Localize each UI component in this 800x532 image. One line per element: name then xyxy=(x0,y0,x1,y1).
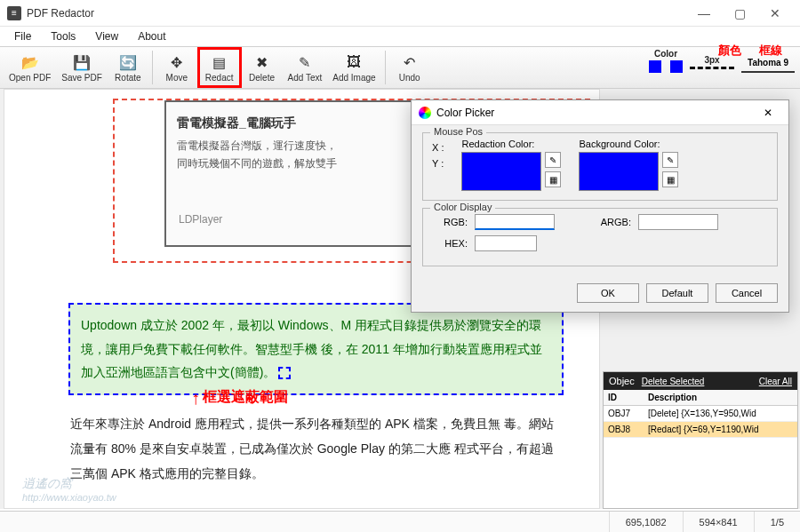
background-color-label: Background Color: xyxy=(579,139,678,149)
toolbar-divider xyxy=(385,51,386,84)
menu-file[interactable]: File xyxy=(5,28,40,44)
redact-icon: ▤ xyxy=(209,52,230,72)
rgb-input[interactable] xyxy=(475,214,555,230)
add-image-button[interactable]: 🖼 Add Image xyxy=(327,47,380,88)
font-label[interactable]: Tahoma 9 xyxy=(741,58,795,67)
rgb-label: RGB: xyxy=(432,217,468,227)
menu-bar: File Tools View About xyxy=(0,27,800,46)
redaction-color-swatch[interactable] xyxy=(461,152,541,191)
toolbar-divider xyxy=(152,51,153,84)
menu-view[interactable]: View xyxy=(86,28,127,44)
annotation-labels: 顏色 框線 xyxy=(718,43,782,59)
eyedropper-button[interactable]: ✎ xyxy=(545,152,561,168)
mouse-pos-legend: Mouse Pos xyxy=(430,126,486,137)
annotation-color-zh: 顏色 xyxy=(718,43,741,59)
rotate-icon: 🔄 xyxy=(117,52,139,72)
undo-icon: ↶ xyxy=(399,52,420,72)
color-label: Color xyxy=(649,49,683,59)
eyedropper-button[interactable]: ✎ xyxy=(662,152,678,168)
rotate-button[interactable]: 🔄 Rotate xyxy=(108,47,148,88)
add-text-button[interactable]: ✎ Add Text xyxy=(283,47,328,88)
annotation-border-zh: 框線 xyxy=(759,43,782,59)
background-color-swatch[interactable] xyxy=(579,152,659,191)
redact-selection[interactable]: Uptodown 成立於 2002 年，最初以 Windows、M 用程式目錄提… xyxy=(68,303,564,395)
delete-icon: ✖ xyxy=(252,52,273,72)
redact-button[interactable]: ▤ Redact xyxy=(197,47,242,88)
menu-about[interactable]: About xyxy=(129,28,174,44)
mouse-y-label: Y : xyxy=(432,158,444,169)
palette-button[interactable]: ▦ xyxy=(662,171,678,187)
add-image-icon: 🖼 xyxy=(343,52,364,72)
default-button[interactable]: Default xyxy=(646,283,708,303)
objects-table: ID Description OBJ7 [Delete] {X=136,Y=95… xyxy=(604,390,797,438)
ad-brand: LDPlayer xyxy=(179,213,222,226)
delete-selected-link[interactable]: Delete Selected xyxy=(642,377,705,386)
maximize-button[interactable]: ▢ xyxy=(722,1,757,26)
col-description[interactable]: Description xyxy=(644,390,797,406)
foreground-color-swatch[interactable] xyxy=(649,60,661,73)
status-pagesize: 594×841 xyxy=(683,512,754,532)
close-button[interactable]: ✕ xyxy=(757,1,793,26)
color-picker-dialog: Color Picker ✕ Mouse Pos X : Y : Redacti… xyxy=(411,99,789,313)
body-paragraph: 近年來專注於 Android 應用程式，提供一系列各種類型的 APK 檔案，免費… xyxy=(70,411,564,486)
minimize-button[interactable]: — xyxy=(686,1,722,26)
objects-panel: Objec Delete Selected Clear All ID Descr… xyxy=(603,371,798,509)
dialog-title: Color Picker xyxy=(436,107,494,119)
add-text-icon: ✎ xyxy=(294,52,316,72)
save-pdf-button[interactable]: 💾 Save PDF xyxy=(56,47,108,88)
move-icon: ✥ xyxy=(166,52,188,72)
undo-button[interactable]: ↶ Undo xyxy=(389,47,430,88)
color-wheel-icon xyxy=(419,107,431,119)
status-bar: 695,1082 594×841 1/5 xyxy=(0,511,800,532)
open-pdf-button[interactable]: 📂 Open PDF xyxy=(4,47,56,88)
watermark: 逍遙の窩 http://www.xiaoyao.tw xyxy=(22,476,116,503)
move-button[interactable]: ✥ Move xyxy=(156,47,197,88)
open-icon: 📂 xyxy=(20,52,41,72)
title-bar: PDF Redactor — ▢ ✕ xyxy=(0,0,800,27)
objects-header: Objec xyxy=(609,376,635,386)
menu-tools[interactable]: Tools xyxy=(42,28,84,44)
status-coords: 695,1082 xyxy=(609,512,683,532)
argb-label: ARGB: xyxy=(596,217,631,227)
col-id[interactable]: ID xyxy=(604,390,644,406)
toolbar: 📂 Open PDF 💾 Save PDF 🔄 Rotate ✥ Move ▤ … xyxy=(0,46,800,89)
dialog-close-button[interactable]: ✕ xyxy=(755,107,781,119)
app-icon xyxy=(7,6,21,20)
arrow-up-icon: ↑ xyxy=(191,393,200,402)
table-row[interactable]: OBJ7 [Delete] {X=136,Y=950,Wid xyxy=(604,406,797,422)
border-style-preview[interactable] xyxy=(690,67,734,69)
palette-button[interactable]: ▦ xyxy=(545,171,561,187)
hex-label: HEX: xyxy=(432,238,468,249)
color-display-legend: Color Display xyxy=(430,202,495,212)
background-color-swatch[interactable] xyxy=(670,60,683,73)
status-page: 1/5 xyxy=(754,512,800,532)
selection-handle[interactable] xyxy=(278,367,291,379)
redaction-color-label: Redaction Color: xyxy=(461,139,561,149)
table-row[interactable]: OBJ8 [Redact] {X=69,Y=1190,Wid xyxy=(604,422,797,438)
save-icon: 💾 xyxy=(71,52,92,72)
clear-all-link[interactable]: Clear All xyxy=(759,377,792,386)
app-title: PDF Redactor xyxy=(27,7,686,20)
ok-button[interactable]: OK xyxy=(577,283,639,303)
argb-input[interactable] xyxy=(638,214,718,230)
mouse-x-label: X : xyxy=(432,142,444,153)
hex-input[interactable] xyxy=(475,235,537,251)
annotation-selection-label: ↑ 框選遮蔽範圍 xyxy=(191,388,288,407)
selection-text: Uptodown 成立於 2002 年，最初以 Windows、M 用程式目錄提… xyxy=(81,318,542,379)
delete-button[interactable]: ✖ Delete xyxy=(242,47,283,88)
cancel-button[interactable]: Cancel xyxy=(716,283,778,303)
